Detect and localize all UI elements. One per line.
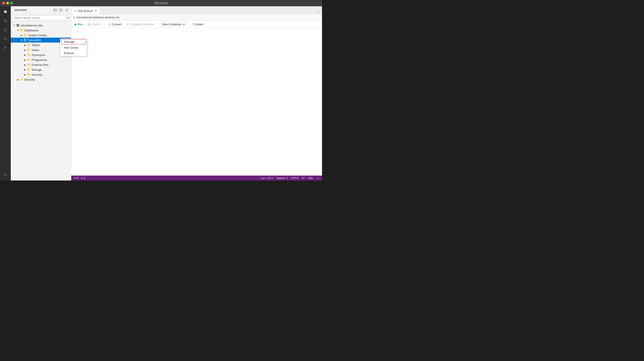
chevron-storage <box>23 68 27 71</box>
connect-label: Connect <box>112 23 122 26</box>
close-button[interactable] <box>2 2 5 4</box>
tab-bar: ⊡ SQLQuery1 ✕ ... <box>71 6 322 14</box>
error-count: 0 <box>77 177 78 179</box>
context-menu-new-query[interactable]: New Query <box>60 45 87 50</box>
refresh-icon <box>65 8 68 12</box>
tree-item-external-res[interactable]: 📁 External Res... <box>11 62 71 67</box>
folder-system-db-icon: 📁 <box>23 33 27 37</box>
change-connection-button[interactable]: ⚡ Change Connection <box>124 22 156 27</box>
status-encoding: UTF-8 <box>290 177 299 179</box>
sql-file-icon: ⊡ <box>74 9 76 12</box>
folder-security-server-icon: 📁 <box>20 78 24 81</box>
add-connection-button[interactable] <box>53 7 58 12</box>
warning-icon: ⚠ <box>80 176 83 180</box>
minimize-button[interactable] <box>6 2 9 4</box>
explain-label: Explain <box>194 23 203 26</box>
toolbar-separator-2 <box>158 22 158 26</box>
select-database-dropdown[interactable]: Select Database ▾ <box>160 22 187 27</box>
change-connection-icon: ⚡ <box>126 23 130 26</box>
history-icon <box>4 19 7 23</box>
main-area: ⊡ SQLQuery1 ✕ ... ⊙ tutorialserver.datab… <box>71 6 322 180</box>
server-label: tutorialserver.dat... <box>20 24 44 27</box>
sidebar-item-git[interactable] <box>1 44 10 52</box>
context-menu-refresh[interactable]: Refresh <box>60 50 87 56</box>
chevron-tables <box>23 43 27 47</box>
svg-point-7 <box>4 38 6 40</box>
disconnect-button[interactable] <box>58 7 64 12</box>
folder-synonyms-icon: 📁 <box>27 53 31 57</box>
folder-views-icon: 📁 <box>27 48 31 52</box>
svg-point-9 <box>4 47 5 47</box>
toolbar-separator-3 <box>188 22 189 26</box>
connection-server-name: tutorialserver.database.windows.net <box>77 16 120 19</box>
sidebar-item-search[interactable] <box>1 35 10 43</box>
tree-item-security-server[interactable]: 📁 Security <box>11 77 71 82</box>
title-bar: SQLQuery1 <box>0 0 322 6</box>
status-smiley[interactable]: ☺ <box>316 177 320 179</box>
chevron-external-res <box>23 63 27 66</box>
run-icon: ▶ <box>75 23 77 26</box>
sidebar-header: SERVERS <box>11 6 71 14</box>
status-language[interactable]: SQL <box>308 177 314 179</box>
tab-sqlquery1[interactable]: ⊡ SQLQuery1 ✕ <box>71 7 100 14</box>
tree-item-programmability[interactable]: 📁 Programma... <box>11 57 71 62</box>
activity-bar <box>0 6 11 180</box>
tree-item-system-db[interactable]: 📁 System Datab... <box>11 33 71 38</box>
connect-button[interactable]: ⚡ Connect <box>106 22 124 27</box>
refresh-connections-button[interactable] <box>64 7 69 12</box>
folder-programmability-icon: 📁 <box>27 58 31 62</box>
status-spaces: Spaces: 4 <box>276 177 288 179</box>
storage-label: Storage <box>32 68 42 71</box>
search-bar: ✕ <box>11 14 71 22</box>
search-close-button[interactable]: ✕ <box>67 16 69 19</box>
sidebar-item-new-file[interactable] <box>1 26 10 34</box>
app-container: SERVERS <box>0 6 322 180</box>
folder-tables-icon: 📁 <box>27 43 31 47</box>
disconnect-icon <box>60 8 62 12</box>
status-eol: LF <box>301 177 306 179</box>
status-errors[interactable]: ✕ 0 <box>73 176 79 180</box>
chevron-system-db <box>20 33 23 37</box>
tree-item-security-tutorialdb[interactable]: 📁 Security <box>11 72 71 77</box>
svg-line-8 <box>6 39 7 40</box>
sidebar-header-icons <box>53 7 69 12</box>
svg-point-21 <box>19 24 19 25</box>
chevron-security-server <box>16 78 20 81</box>
editor-content[interactable] <box>80 28 322 176</box>
settings-button[interactable] <box>1 171 10 179</box>
svg-point-10 <box>4 49 5 49</box>
tree-item-server[interactable]: tutorialserver.dat... <box>11 23 71 28</box>
context-menu-manage[interactable]: Manage <box>61 39 86 44</box>
run-button[interactable]: ▶ Run <box>73 22 85 27</box>
add-connection-icon <box>54 8 57 12</box>
status-warnings[interactable]: ⚠ 0 <box>80 176 86 180</box>
tree-item-databases[interactable]: 📁 Databases <box>11 28 71 33</box>
explain-button[interactable]: ⤴ Explain <box>190 22 205 27</box>
sidebar-tab-label: SERVERS <box>12 8 29 12</box>
error-icon: ✕ <box>74 176 76 180</box>
run-label: Run <box>78 23 83 26</box>
folder-databases-icon: 📁 <box>20 28 24 32</box>
system-db-label: System Datab... <box>28 33 48 37</box>
spaces-label: Spaces: 4 <box>277 177 288 179</box>
tab-more-button[interactable]: ... <box>314 7 322 14</box>
cancel-label: Cancel <box>92 23 100 26</box>
language-label: SQL <box>308 177 313 179</box>
cancel-button[interactable]: ⬜ Cancel <box>86 22 102 27</box>
chevron-views <box>23 48 27 52</box>
smiley-icon: ☺ <box>317 177 319 179</box>
tree-item-storage[interactable]: 📁 Storage <box>11 67 71 72</box>
svg-line-6 <box>6 21 6 21</box>
context-menu-refresh-label: Refresh <box>64 51 74 55</box>
tab-close-button[interactable]: ✕ <box>94 9 97 12</box>
views-label: Views <box>32 48 39 52</box>
sidebar-item-history[interactable] <box>1 17 10 25</box>
folder-security-tutorialdb-icon: 📁 <box>27 73 31 76</box>
select-database-label: Select Database <box>162 23 182 26</box>
maximize-button[interactable] <box>10 2 13 4</box>
sidebar-item-server[interactable] <box>1 8 10 16</box>
synonyms-label: Synonyms <box>32 53 45 57</box>
external-res-label: External Res... <box>32 63 51 66</box>
line-num-1: 1 <box>71 30 80 34</box>
search-input[interactable] <box>12 15 66 20</box>
